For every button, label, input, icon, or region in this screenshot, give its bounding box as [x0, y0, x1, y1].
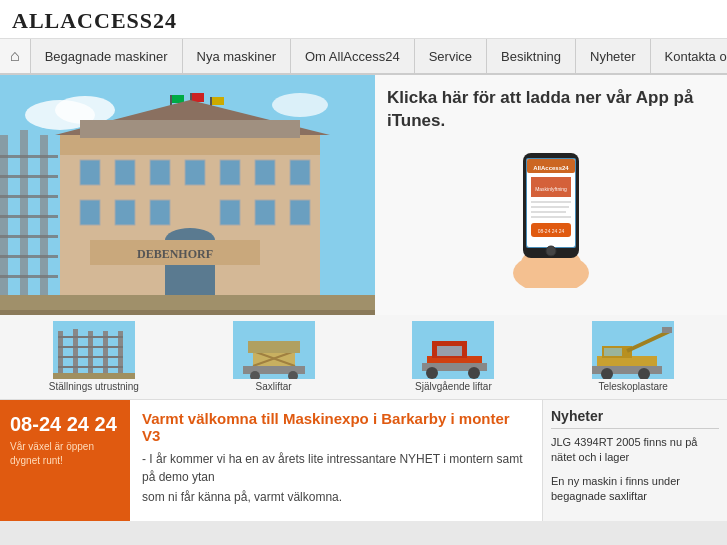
hero-section: DEBENHORF	[0, 75, 727, 315]
svg-rect-63	[88, 331, 93, 379]
thumb-self-propelled[interactable]: Självgående liftar	[366, 321, 542, 393]
nav-label-begagnade: Begagnade maskiner	[45, 49, 168, 64]
scaffolding-thumb-svg	[53, 321, 135, 379]
thumb-telehandler-label: Teleskoplastare	[545, 381, 721, 393]
welcome-body-2: som ni får känna på, varmt välkomna.	[142, 488, 530, 506]
phone-description: Vår växel är öppen dygnet runt!	[10, 440, 120, 468]
svg-rect-22	[150, 200, 170, 225]
nav-label-nya: Nya maskiner	[197, 49, 276, 64]
svg-rect-64	[103, 331, 108, 379]
svg-point-85	[468, 367, 480, 379]
svg-rect-53	[531, 201, 571, 203]
logo: AllAccess24	[12, 8, 715, 34]
svg-rect-75	[248, 341, 300, 353]
news-item-0[interactable]: JLG 4394RT 2005 finns nu på nätet och i …	[551, 435, 719, 466]
svg-rect-34	[0, 175, 58, 178]
svg-rect-25	[290, 200, 310, 225]
hero-building-image: DEBENHORF	[0, 75, 375, 315]
app-promo-section[interactable]: Klicka här för att ladda ner vår App på …	[375, 75, 727, 315]
svg-point-2	[55, 96, 115, 124]
svg-rect-38	[0, 255, 58, 258]
svg-point-3	[272, 93, 328, 117]
svg-rect-91	[662, 327, 672, 333]
thumb-self-propelled-image	[412, 321, 494, 379]
nav-item-nyheter[interactable]: Nyheter	[576, 39, 651, 73]
self-propelled-thumb-svg	[412, 321, 494, 379]
svg-rect-65	[118, 331, 123, 379]
thumb-scaffolding[interactable]: Ställnings utrustning	[6, 321, 182, 393]
home-icon: ⌂	[10, 47, 20, 65]
svg-rect-42	[0, 310, 375, 315]
thumb-telehandler[interactable]: Teleskoplastare	[545, 321, 721, 393]
nav-label-besiktning: Besiktning	[501, 49, 561, 64]
svg-text:AllAccess24: AllAccess24	[533, 165, 569, 171]
nav-label-kontakta: Kontakta oss	[665, 49, 727, 64]
app-promo-text: Klicka här för att ladda ner vår App på …	[387, 87, 715, 133]
svg-rect-24	[255, 200, 275, 225]
svg-rect-30	[0, 135, 8, 315]
logo-text: AllAccess24	[12, 8, 177, 33]
svg-rect-35	[0, 195, 58, 198]
svg-text:DEBENHORF: DEBENHORF	[137, 247, 213, 261]
svg-rect-13	[80, 160, 100, 185]
nav-label-nyheter: Nyheter	[590, 49, 636, 64]
svg-rect-67	[58, 346, 123, 348]
nav-item-service[interactable]: Service	[415, 39, 487, 73]
svg-rect-61	[58, 331, 63, 379]
svg-rect-20	[80, 200, 100, 225]
building-illustration: DEBENHORF	[0, 75, 375, 315]
nav-label-om: Om AllAccess24	[305, 49, 400, 64]
nav-home-button[interactable]: ⌂	[0, 39, 31, 73]
svg-rect-14	[115, 160, 135, 185]
phone-box: 08-24 24 24 Vår växel är öppen dygnet ru…	[0, 400, 130, 521]
left-column: DEBENHORF	[0, 75, 727, 521]
nav-item-begagnade[interactable]: Begagnade maskiner	[31, 39, 183, 73]
welcome-body-1: - I år kommer vi ha en av årets lite int…	[142, 450, 530, 486]
svg-rect-54	[531, 206, 569, 208]
navigation: ⌂ Begagnade maskiner Nya maskiner Om All…	[0, 39, 727, 75]
svg-rect-12	[80, 120, 300, 138]
svg-rect-16	[185, 160, 205, 185]
main-content: DEBENHORF	[0, 75, 727, 521]
news-item-1[interactable]: En ny maskin i finns under begagnade sax…	[551, 474, 719, 505]
thumb-scissorlift-image	[233, 321, 315, 379]
thumb-scaffolding-image	[53, 321, 135, 379]
thumb-scissorlift-label: Saxliftar	[186, 381, 362, 393]
nav-label-service: Service	[429, 49, 472, 64]
svg-rect-9	[212, 97, 224, 105]
svg-rect-21	[115, 200, 135, 225]
svg-rect-39	[0, 275, 58, 278]
svg-point-59	[546, 246, 556, 256]
svg-rect-5	[172, 95, 184, 103]
svg-rect-17	[220, 160, 240, 185]
scissorlift-thumb-svg	[233, 321, 315, 379]
thumb-telehandler-image	[592, 321, 674, 379]
svg-rect-68	[58, 356, 123, 358]
nav-item-nya[interactable]: Nya maskiner	[183, 39, 291, 73]
svg-rect-56	[531, 216, 571, 218]
news-header: Nyheter	[551, 408, 719, 429]
svg-rect-89	[604, 348, 622, 356]
iphone-illustration: AllAccess24 Maskinlyftning 08-24 24 24	[501, 143, 601, 288]
nav-item-besiktning[interactable]: Besiktning	[487, 39, 576, 73]
svg-rect-33	[0, 155, 58, 158]
svg-text:08-24 24 24: 08-24 24 24	[538, 228, 565, 234]
nav-item-kontakta[interactable]: Kontakta oss	[651, 39, 727, 73]
svg-rect-36	[0, 215, 58, 218]
nav-item-om[interactable]: Om AllAccess24	[291, 39, 415, 73]
thumb-scissorlift[interactable]: Saxliftar	[186, 321, 362, 393]
svg-rect-66	[58, 336, 123, 338]
svg-rect-19	[290, 160, 310, 185]
svg-text:Maskinlyftning: Maskinlyftning	[535, 186, 567, 192]
app-phone-image: AllAccess24 Maskinlyftning 08-24 24 24	[387, 143, 715, 288]
svg-rect-82	[437, 346, 462, 356]
svg-rect-15	[150, 160, 170, 185]
svg-rect-70	[53, 373, 135, 379]
welcome-title: Varmt välkomna till Maskinexpo i Barkarb…	[142, 410, 530, 444]
news-sidebar: Nyheter JLG 4394RT 2005 finns nu på näte…	[542, 400, 727, 521]
thumb-self-propelled-label: Självgående liftar	[366, 381, 542, 393]
bottom-section: 08-24 24 24 Vår växel är öppen dygnet ru…	[0, 399, 727, 521]
svg-rect-37	[0, 235, 58, 238]
welcome-section: Varmt välkomna till Maskinexpo i Barkarb…	[130, 400, 542, 521]
svg-rect-18	[255, 160, 275, 185]
